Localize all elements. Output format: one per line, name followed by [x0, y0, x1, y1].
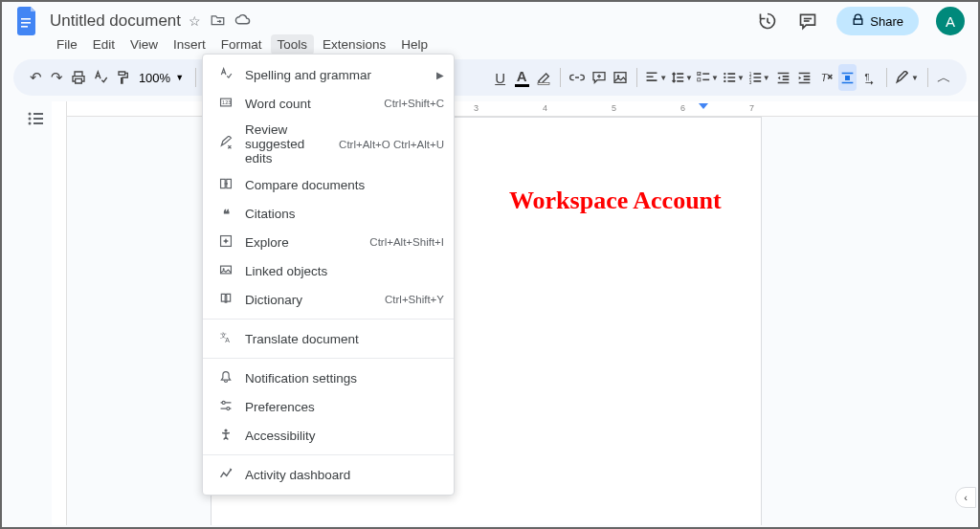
- text-color-icon[interactable]: A: [513, 64, 531, 91]
- vertical-ruler[interactable]: [52, 101, 67, 525]
- header-right: Share A: [756, 7, 965, 35]
- svg-text:A: A: [225, 337, 230, 343]
- workspace: 3 4 5 6 7: [2, 101, 978, 525]
- menu-edit[interactable]: Edit: [86, 34, 122, 55]
- annotation-workspace: Workspace Account: [509, 187, 722, 215]
- explore-icon: [216, 234, 235, 251]
- svg-point-29: [227, 407, 230, 409]
- svg-point-12: [724, 80, 725, 82]
- editing-mode-icon[interactable]: ▼: [894, 64, 920, 91]
- menu-help[interactable]: Help: [394, 34, 434, 55]
- svg-point-10: [724, 73, 725, 75]
- dictionary-icon: [216, 292, 235, 308]
- insert-link-icon[interactable]: [568, 64, 587, 91]
- zoom-selector[interactable]: 100%▼: [135, 71, 188, 85]
- share-label: Share: [870, 14, 903, 29]
- outline-toggle-icon[interactable]: [27, 111, 52, 130]
- svg-point-32: [29, 118, 32, 121]
- svg-text:T: T: [820, 71, 828, 82]
- svg-rect-17: [845, 76, 850, 80]
- spelling-icon: [216, 67, 235, 83]
- review-icon: [216, 136, 235, 152]
- highlight-color-icon[interactable]: [535, 64, 553, 91]
- share-button[interactable]: Share: [836, 7, 919, 35]
- docs-logo-icon[interactable]: [15, 5, 40, 37]
- svg-point-31: [29, 113, 32, 116]
- text-direction-icon[interactable]: ¶: [860, 64, 879, 91]
- tools-compare[interactable]: Compare documents: [203, 170, 454, 199]
- star-icon[interactable]: ☆: [189, 13, 201, 29]
- comments-icon[interactable]: [796, 10, 819, 33]
- menu-view[interactable]: View: [123, 34, 165, 55]
- toolbar: ↶ ↷ 100%▼ No U A ▼ ▼ ▼ ▼ 123▼ T ¶ ▼ ︿: [13, 59, 967, 96]
- account-avatar[interactable]: A: [936, 7, 965, 35]
- tools-preferences[interactable]: Preferences: [203, 392, 454, 421]
- accessibility-icon: [216, 428, 235, 444]
- linked-icon: [216, 263, 235, 279]
- citations-icon: ❝: [216, 207, 235, 221]
- menu-bar: File Edit View Insert Format Tools Exten…: [2, 34, 978, 57]
- svg-rect-9: [698, 78, 701, 81]
- svg-text:¶: ¶: [864, 72, 869, 81]
- lock-icon: [852, 13, 864, 29]
- title-icons: ☆: [189, 13, 251, 29]
- svg-text:123: 123: [222, 99, 231, 105]
- menu-tools[interactable]: Tools: [271, 34, 315, 55]
- tools-review[interactable]: Review suggested editsCtrl+Alt+O Ctrl+Al…: [203, 118, 454, 170]
- tools-notifications[interactable]: Notification settings: [203, 364, 454, 392]
- align-image-icon[interactable]: [838, 64, 857, 91]
- tools-spelling[interactable]: Spelling and grammar▶: [203, 60, 454, 89]
- svg-rect-0: [21, 18, 31, 20]
- move-icon[interactable]: [211, 13, 225, 29]
- add-comment-icon[interactable]: [590, 64, 608, 91]
- tools-explore[interactable]: ExploreCtrl+Alt+Shift+I: [203, 228, 454, 256]
- tools-citations[interactable]: ❝Citations: [203, 199, 454, 228]
- title-bar: Untitled document ☆ Share A: [2, 2, 978, 34]
- tools-dropdown: Spelling and grammar▶ 123Word countCtrl+…: [202, 54, 455, 496]
- increase-indent-icon[interactable]: [795, 64, 813, 91]
- print-icon[interactable]: [70, 64, 88, 91]
- paint-format-icon[interactable]: [113, 64, 131, 91]
- right-indent-marker[interactable]: [699, 103, 708, 109]
- menu-format[interactable]: Format: [214, 34, 269, 55]
- outline-panel: [2, 101, 52, 525]
- menu-extensions[interactable]: Extensions: [316, 34, 392, 55]
- numbered-list-icon[interactable]: 123▼: [748, 64, 770, 91]
- bell-icon: [216, 370, 235, 386]
- svg-text:3: 3: [749, 80, 752, 84]
- clear-format-icon[interactable]: T: [817, 64, 835, 91]
- bullet-list-icon[interactable]: ▼: [723, 64, 745, 91]
- submenu-arrow-icon: ▶: [436, 70, 444, 80]
- tools-translate[interactable]: 文ATranslate document: [203, 324, 454, 353]
- decrease-indent-icon[interactable]: [774, 64, 792, 91]
- preferences-icon: [216, 399, 235, 415]
- history-icon[interactable]: [756, 10, 779, 33]
- redo-icon[interactable]: ↷: [49, 64, 67, 91]
- document-title[interactable]: Untitled document: [50, 11, 181, 31]
- cloud-status-icon[interactable]: [234, 13, 251, 29]
- tools-dictionary[interactable]: DictionaryCtrl+Shift+Y: [203, 285, 454, 314]
- line-spacing-icon[interactable]: ▼: [671, 64, 693, 91]
- align-icon[interactable]: ▼: [645, 64, 667, 91]
- svg-rect-5: [538, 82, 549, 84]
- svg-point-25: [223, 268, 225, 270]
- side-panel-toggle-icon[interactable]: ‹: [955, 487, 976, 508]
- tools-wordcount[interactable]: 123Word countCtrl+Shift+C: [203, 89, 454, 118]
- collapse-toolbar-icon[interactable]: ︿: [935, 64, 953, 91]
- checklist-icon[interactable]: ▼: [697, 64, 719, 91]
- svg-point-33: [29, 122, 32, 125]
- undo-icon[interactable]: ↶: [27, 64, 45, 91]
- svg-rect-2: [21, 26, 28, 28]
- insert-image-icon[interactable]: [612, 64, 630, 91]
- svg-point-7: [617, 75, 620, 77]
- tools-accessibility[interactable]: Accessibility: [203, 421, 454, 450]
- spellcheck-icon[interactable]: [92, 64, 110, 91]
- underline-icon[interactable]: U: [491, 64, 509, 91]
- tools-activity-dashboard[interactable]: Activity dashboard: [203, 460, 454, 489]
- menu-file[interactable]: File: [50, 34, 84, 55]
- wordcount-icon: 123: [216, 96, 235, 112]
- menu-insert[interactable]: Insert: [167, 34, 212, 55]
- svg-point-30: [224, 429, 227, 431]
- tools-linked[interactable]: Linked objects: [203, 256, 454, 285]
- svg-point-28: [222, 401, 225, 404]
